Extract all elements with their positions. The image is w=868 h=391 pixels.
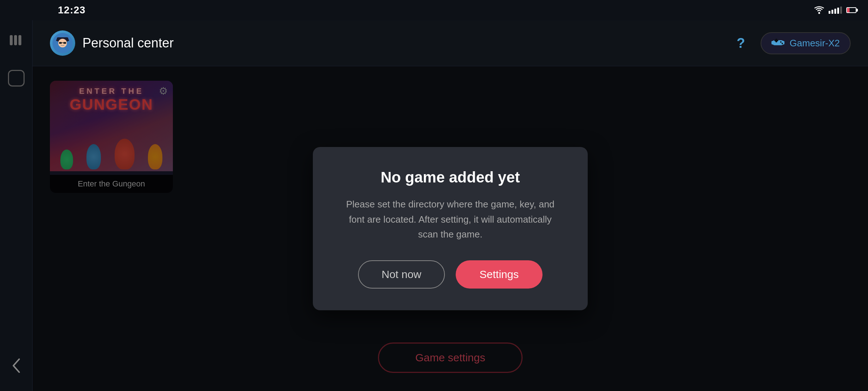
controller-button[interactable]: Gamesir-X2 <box>761 32 851 54</box>
page-title: Personal center <box>82 35 174 51</box>
header-left: Personal center <box>50 30 174 56</box>
svg-rect-9 <box>63 42 66 44</box>
battery-icon <box>846 7 856 13</box>
help-button[interactable]: ? <box>732 34 750 52</box>
svg-point-16 <box>780 41 782 43</box>
signal-bars-icon <box>829 7 842 14</box>
menu-icon[interactable] <box>9 35 24 48</box>
square-icon <box>8 70 25 87</box>
svg-rect-1 <box>10 35 13 45</box>
svg-rect-2 <box>14 35 17 45</box>
content-area: ENTER THE GUNGEON ⚙ Enter the Gungeon No… <box>33 66 868 391</box>
svg-point-0 <box>818 12 820 14</box>
header: Personal center ? Gamesir-X2 <box>33 20 868 66</box>
svg-rect-15 <box>774 40 778 41</box>
main-content: Personal center ? Gamesir-X2 <box>33 20 868 391</box>
gamepad-icon <box>771 37 784 49</box>
wifi-icon <box>814 6 824 14</box>
dialog-message: Please set the directory where the game,… <box>342 197 559 242</box>
status-bar: 12:23 <box>0 0 868 20</box>
sidebar <box>0 20 33 391</box>
no-game-dialog: No game added yet Please set the directo… <box>313 147 588 310</box>
dialog-buttons: Not now Settings <box>342 260 559 289</box>
header-right: ? Gamesir-X2 <box>732 32 851 54</box>
back-icon[interactable] <box>11 358 21 377</box>
dialog-title: No game added yet <box>342 169 559 186</box>
svg-rect-12 <box>771 41 775 45</box>
settings-button[interactable]: Settings <box>456 260 542 289</box>
status-icons <box>814 6 856 14</box>
svg-point-17 <box>782 43 783 44</box>
svg-rect-8 <box>59 42 62 44</box>
svg-rect-3 <box>18 35 21 45</box>
avatar[interactable] <box>50 30 75 56</box>
dialog-overlay: No game added yet Please set the directo… <box>33 66 868 391</box>
controller-name: Gamesir-X2 <box>790 38 840 49</box>
status-time: 12:23 <box>58 4 86 16</box>
not-now-button[interactable]: Not now <box>358 260 445 289</box>
